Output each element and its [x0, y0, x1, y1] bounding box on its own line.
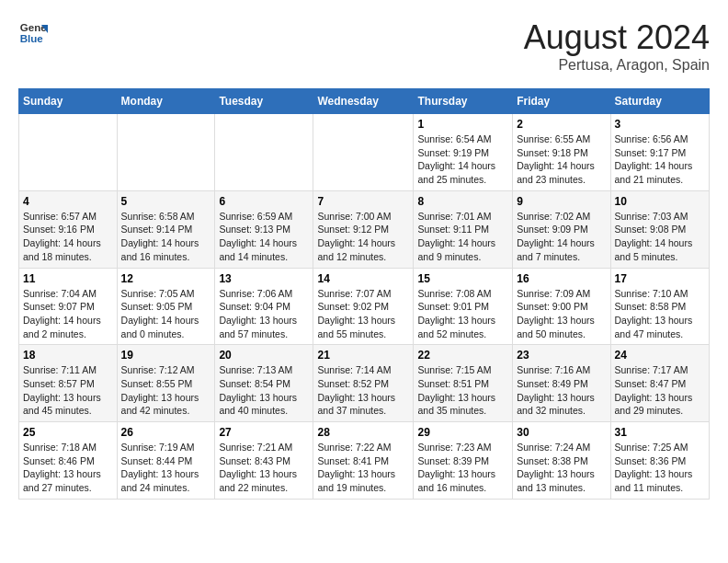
day-cell: 7Sunrise: 7:00 AMSunset: 9:12 PMDaylight…	[313, 190, 414, 268]
day-cell: 16Sunrise: 7:09 AMSunset: 9:00 PMDayligh…	[513, 268, 610, 345]
day-cell: 24Sunrise: 7:17 AMSunset: 8:47 PMDayligh…	[610, 345, 709, 422]
day-info: Sunrise: 7:03 AMSunset: 9:08 PMDaylight:…	[615, 210, 705, 264]
day-cell: 29Sunrise: 7:23 AMSunset: 8:39 PMDayligh…	[414, 422, 513, 500]
page-subtitle: Pertusa, Aragon, Spain	[524, 57, 710, 74]
day-number: 26	[121, 426, 211, 439]
week-row-3: 11Sunrise: 7:04 AMSunset: 9:07 PMDayligh…	[19, 268, 710, 345]
day-info: Sunrise: 7:00 AMSunset: 9:12 PMDaylight:…	[317, 210, 409, 264]
day-number: 29	[417, 426, 508, 439]
day-number: 16	[517, 272, 606, 285]
col-header-friday: Friday	[513, 89, 610, 114]
col-header-tuesday: Tuesday	[215, 89, 313, 114]
day-info: Sunrise: 6:54 AMSunset: 9:19 PMDaylight:…	[417, 132, 508, 187]
col-header-thursday: Thursday	[414, 89, 513, 114]
header-row: SundayMondayTuesdayWednesdayThursdayFrid…	[19, 89, 710, 114]
day-info: Sunrise: 7:18 AMSunset: 8:46 PMDaylight:…	[23, 441, 113, 495]
day-number: 1	[417, 118, 508, 131]
day-info: Sunrise: 6:58 AMSunset: 9:14 PMDaylight:…	[121, 210, 211, 264]
title-area: August 2024 Pertusa, Aragon, Spain	[524, 18, 710, 74]
day-cell: 25Sunrise: 7:18 AMSunset: 8:46 PMDayligh…	[19, 422, 118, 500]
page-header: General Blue August 2024 Pertusa, Aragon…	[18, 18, 710, 74]
day-number: 17	[615, 272, 705, 285]
day-cell: 10Sunrise: 7:03 AMSunset: 9:08 PMDayligh…	[610, 190, 709, 268]
day-cell	[313, 114, 414, 191]
day-info: Sunrise: 7:14 AMSunset: 8:52 PMDaylight:…	[317, 363, 409, 418]
logo: General Blue	[18, 18, 48, 48]
day-number: 10	[615, 195, 705, 208]
col-header-saturday: Saturday	[610, 89, 709, 114]
day-cell: 27Sunrise: 7:21 AMSunset: 8:43 PMDayligh…	[215, 422, 313, 500]
week-row-4: 18Sunrise: 7:11 AMSunset: 8:57 PMDayligh…	[19, 345, 710, 422]
day-cell: 17Sunrise: 7:10 AMSunset: 8:58 PMDayligh…	[610, 268, 709, 345]
day-info: Sunrise: 7:19 AMSunset: 8:44 PMDaylight:…	[121, 441, 211, 495]
day-cell: 20Sunrise: 7:13 AMSunset: 8:54 PMDayligh…	[215, 345, 313, 422]
day-info: Sunrise: 7:15 AMSunset: 8:51 PMDaylight:…	[417, 363, 508, 418]
day-info: Sunrise: 6:59 AMSunset: 9:13 PMDaylight:…	[219, 210, 309, 264]
col-header-monday: Monday	[117, 89, 215, 114]
day-info: Sunrise: 7:08 AMSunset: 9:01 PMDaylight:…	[417, 287, 508, 341]
day-cell: 31Sunrise: 7:25 AMSunset: 8:36 PMDayligh…	[610, 422, 709, 500]
week-row-2: 4Sunrise: 6:57 AMSunset: 9:16 PMDaylight…	[19, 190, 710, 268]
day-info: Sunrise: 7:04 AMSunset: 9:07 PMDaylight:…	[23, 287, 113, 341]
day-cell: 6Sunrise: 6:59 AMSunset: 9:13 PMDaylight…	[215, 190, 313, 268]
col-header-wednesday: Wednesday	[313, 89, 414, 114]
day-cell: 18Sunrise: 7:11 AMSunset: 8:57 PMDayligh…	[19, 345, 118, 422]
day-cell: 13Sunrise: 7:06 AMSunset: 9:04 PMDayligh…	[215, 268, 313, 345]
day-cell	[215, 114, 313, 191]
day-info: Sunrise: 7:06 AMSunset: 9:04 PMDaylight:…	[219, 287, 309, 341]
day-number: 18	[23, 349, 113, 362]
day-cell: 14Sunrise: 7:07 AMSunset: 9:02 PMDayligh…	[313, 268, 414, 345]
day-info: Sunrise: 7:02 AMSunset: 9:09 PMDaylight:…	[517, 210, 606, 264]
day-info: Sunrise: 7:13 AMSunset: 8:54 PMDaylight:…	[219, 363, 309, 418]
day-number: 2	[517, 118, 606, 131]
day-info: Sunrise: 7:23 AMSunset: 8:39 PMDaylight:…	[417, 441, 508, 495]
day-number: 27	[219, 426, 309, 439]
week-row-5: 25Sunrise: 7:18 AMSunset: 8:46 PMDayligh…	[19, 422, 710, 500]
day-number: 28	[317, 426, 409, 439]
day-info: Sunrise: 6:55 AMSunset: 9:18 PMDaylight:…	[517, 132, 606, 187]
day-number: 4	[23, 195, 113, 208]
day-info: Sunrise: 7:25 AMSunset: 8:36 PMDaylight:…	[615, 441, 705, 495]
day-cell	[19, 114, 118, 191]
day-info: Sunrise: 6:56 AMSunset: 9:17 PMDaylight:…	[615, 132, 705, 187]
day-number: 21	[317, 349, 409, 362]
day-cell	[117, 114, 215, 191]
day-number: 24	[615, 349, 705, 362]
day-info: Sunrise: 7:10 AMSunset: 8:58 PMDaylight:…	[615, 287, 705, 341]
day-number: 11	[23, 272, 113, 285]
svg-text:Blue: Blue	[20, 33, 44, 44]
day-cell: 8Sunrise: 7:01 AMSunset: 9:11 PMDaylight…	[414, 190, 513, 268]
day-number: 6	[219, 195, 309, 208]
day-info: Sunrise: 7:16 AMSunset: 8:49 PMDaylight:…	[517, 363, 606, 418]
day-cell: 26Sunrise: 7:19 AMSunset: 8:44 PMDayligh…	[117, 422, 215, 500]
day-cell: 30Sunrise: 7:24 AMSunset: 8:38 PMDayligh…	[513, 422, 610, 500]
day-cell: 21Sunrise: 7:14 AMSunset: 8:52 PMDayligh…	[313, 345, 414, 422]
day-cell: 9Sunrise: 7:02 AMSunset: 9:09 PMDaylight…	[513, 190, 610, 268]
day-number: 31	[615, 426, 705, 439]
day-cell: 15Sunrise: 7:08 AMSunset: 9:01 PMDayligh…	[414, 268, 513, 345]
day-info: Sunrise: 7:09 AMSunset: 9:00 PMDaylight:…	[517, 287, 606, 341]
day-info: Sunrise: 7:17 AMSunset: 8:47 PMDaylight:…	[615, 363, 705, 418]
logo-icon: General Blue	[18, 18, 48, 48]
day-cell: 11Sunrise: 7:04 AMSunset: 9:07 PMDayligh…	[19, 268, 118, 345]
day-cell: 3Sunrise: 6:56 AMSunset: 9:17 PMDaylight…	[610, 114, 709, 191]
day-number: 3	[615, 118, 705, 131]
day-number: 22	[417, 349, 508, 362]
day-number: 30	[517, 426, 606, 439]
day-cell: 5Sunrise: 6:58 AMSunset: 9:14 PMDaylight…	[117, 190, 215, 268]
day-info: Sunrise: 6:57 AMSunset: 9:16 PMDaylight:…	[23, 210, 113, 264]
day-cell: 28Sunrise: 7:22 AMSunset: 8:41 PMDayligh…	[313, 422, 414, 500]
day-info: Sunrise: 7:24 AMSunset: 8:38 PMDaylight:…	[517, 441, 606, 495]
day-info: Sunrise: 7:11 AMSunset: 8:57 PMDaylight:…	[23, 363, 113, 418]
day-number: 5	[121, 195, 211, 208]
day-number: 14	[317, 272, 409, 285]
day-number: 23	[517, 349, 606, 362]
day-cell: 19Sunrise: 7:12 AMSunset: 8:55 PMDayligh…	[117, 345, 215, 422]
day-number: 25	[23, 426, 113, 439]
week-row-1: 1Sunrise: 6:54 AMSunset: 9:19 PMDaylight…	[19, 114, 710, 191]
day-cell: 2Sunrise: 6:55 AMSunset: 9:18 PMDaylight…	[513, 114, 610, 191]
day-number: 9	[517, 195, 606, 208]
day-info: Sunrise: 7:01 AMSunset: 9:11 PMDaylight:…	[417, 210, 508, 264]
calendar-table: SundayMondayTuesdayWednesdayThursdayFrid…	[18, 88, 710, 500]
day-info: Sunrise: 7:05 AMSunset: 9:05 PMDaylight:…	[121, 287, 211, 341]
